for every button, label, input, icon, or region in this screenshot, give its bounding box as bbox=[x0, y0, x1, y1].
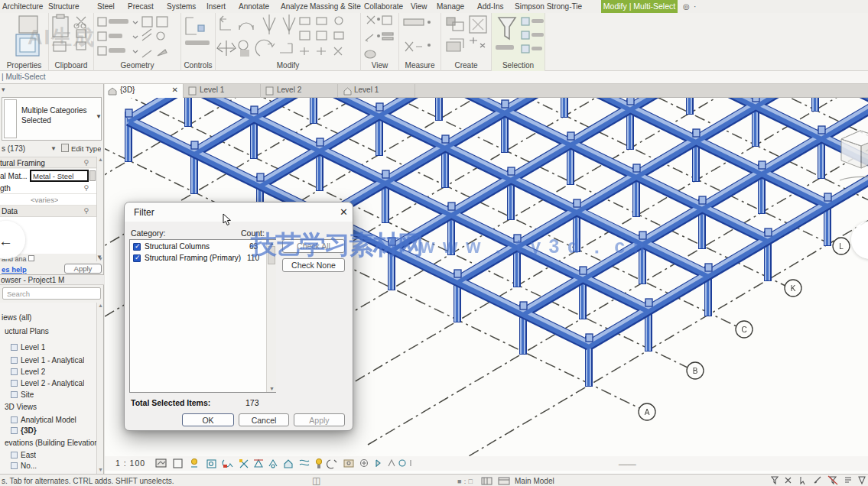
svg-text:C: C bbox=[741, 326, 746, 334]
svg-text:K: K bbox=[791, 284, 796, 293]
svg-text:A: A bbox=[645, 408, 650, 416]
svg-text:L: L bbox=[839, 242, 844, 251]
svg-text:B: B bbox=[693, 367, 698, 375]
